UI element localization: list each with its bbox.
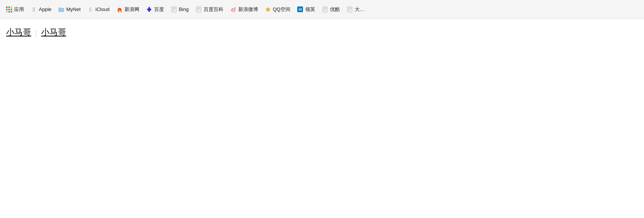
- svg-rect-14: [196, 7, 201, 12]
- bookmark-bing[interactable]: Bing: [168, 5, 192, 14]
- bookmark-bing-label: Bing: [179, 6, 189, 12]
- weibo-icon: [230, 6, 236, 13]
- svg-point-19: [231, 9, 235, 11]
- title-divider: [36, 30, 36, 37]
- bookmark-icloud[interactable]:  iCloud: [84, 5, 113, 14]
- svg-marker-22: [265, 6, 271, 12]
- bookmark-icloud-label: iCloud: [96, 6, 110, 12]
- bookmark-baidu-baike-label: 百度百科: [204, 6, 223, 13]
- bookmarks-bar: 应用  Apple MyNet  iCloud 🔥: [0, 0, 644, 19]
- page-title-link2[interactable]: 小马哥: [41, 27, 66, 37]
- baidu-icon: [146, 6, 152, 13]
- bookmark-linkedin[interactable]: in 领英: [294, 5, 318, 14]
- qq-icon: [265, 6, 271, 13]
- bookmark-sina[interactable]: 🔥 新浪网: [113, 5, 142, 14]
- more-icon: [347, 6, 353, 13]
- svg-point-20: [232, 9, 233, 10]
- main-content: 小马哥 小马哥: [0, 19, 644, 46]
- folder-icon: [58, 6, 64, 13]
- svg-text:🔥: 🔥: [117, 8, 123, 13]
- bookmark-apple-label: Apple: [39, 6, 51, 12]
- svg-rect-23: [323, 7, 327, 12]
- bookmark-qq-label: QQ空间: [273, 6, 290, 13]
- baidu-baike-icon: [196, 6, 202, 13]
- bookmark-linkedin-label: 领英: [305, 6, 315, 13]
- apps-grid-icon: [6, 6, 12, 13]
- bookmark-apps[interactable]: 应用: [3, 5, 27, 14]
- youku-icon: [322, 6, 328, 13]
- bookmark-apps-label: 应用: [14, 6, 24, 13]
- bookmark-weibo-label: 新浪微博: [238, 6, 258, 13]
- bookmark-weibo[interactable]: 新浪微博: [227, 5, 261, 14]
- bookmark-youku[interactable]: 优酷: [319, 5, 343, 14]
- apple-icon: : [31, 6, 37, 13]
- linkedin-icon: in: [297, 6, 303, 13]
- bookmark-mynet-label: MyNet: [66, 6, 81, 12]
- bookmark-baidu-baike[interactable]: 百度百科: [193, 5, 226, 14]
- bookmark-baidu[interactable]: 百度: [143, 5, 167, 14]
- bookmark-mynet[interactable]: MyNet: [55, 5, 84, 14]
- bing-icon: [171, 6, 177, 13]
- page-title-link1[interactable]: 小马哥: [6, 27, 31, 37]
- svg-point-9: [148, 8, 150, 10]
- bookmark-qq[interactable]: QQ空间: [262, 5, 293, 14]
- bookmark-youku-label: 优酷: [330, 6, 340, 13]
- svg-rect-27: [348, 7, 352, 12]
- icloud-icon: : [88, 6, 94, 13]
- bookmark-baidu-label: 百度: [154, 6, 164, 13]
- bookmark-more[interactable]: 大…: [344, 5, 368, 14]
- bookmark-sina-label: 新浪网: [124, 6, 139, 13]
- svg-rect-10: [172, 7, 176, 12]
- bookmark-apple[interactable]:  Apple: [28, 5, 54, 14]
- svg-point-21: [233, 9, 234, 10]
- sina-icon: 🔥: [116, 6, 123, 13]
- bookmark-more-label: 大…: [355, 6, 365, 13]
